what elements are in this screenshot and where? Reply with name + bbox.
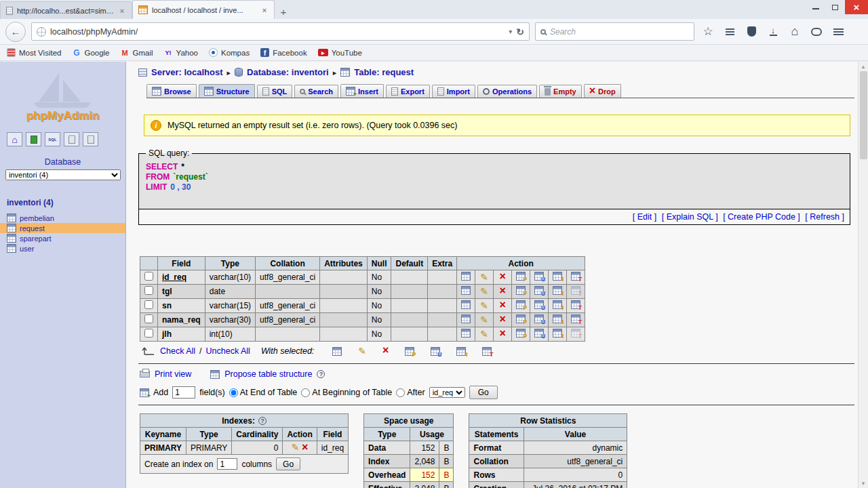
- downloads-icon[interactable]: [765, 24, 781, 40]
- bookmark-star-icon[interactable]: [700, 24, 716, 40]
- uncheck-all-link[interactable]: Uncheck All: [206, 346, 250, 356]
- scrollbar[interactable]: [858, 62, 868, 488]
- edit-index-icon[interactable]: [292, 443, 300, 453]
- row-checkbox[interactable]: [144, 329, 153, 338]
- index-columns-input[interactable]: [217, 458, 237, 470]
- browse-icon[interactable]: [461, 286, 471, 295]
- database-link[interactable]: inventori (4): [7, 198, 119, 207]
- drop-icon[interactable]: [500, 287, 506, 296]
- maximize-button[interactable]: [825, 0, 845, 14]
- tab-close-icon[interactable]: [118, 7, 126, 15]
- with-selected-change-icon[interactable]: [358, 346, 366, 357]
- browser-tab-2[interactable]: localhost / localhost / inve...: [132, 0, 275, 19]
- index-icon[interactable]: [553, 300, 562, 309]
- with-selected-primary-icon[interactable]: [405, 347, 414, 356]
- bookmark-yahoo[interactable]: Yahoo: [164, 48, 198, 57]
- drop-icon[interactable]: [500, 315, 506, 325]
- bookmark-facebook[interactable]: Facebook: [260, 48, 307, 57]
- edit-icon[interactable]: [480, 273, 488, 283]
- add-fields-input[interactable]: [172, 386, 195, 399]
- scroll-up-icon[interactable]: [862, 62, 865, 71]
- url-bar[interactable]: localhost/phpMyAdmin/: [31, 22, 530, 41]
- go-button[interactable]: Go: [469, 386, 498, 399]
- sql-window-icon[interactable]: [45, 132, 60, 146]
- edit-icon[interactable]: [480, 316, 488, 325]
- tab-search[interactable]: Search: [294, 85, 338, 98]
- scrollbar-thumb[interactable]: [860, 71, 867, 159]
- radio-at-end[interactable]: At End of Table: [229, 388, 298, 397]
- mysql-docs-icon[interactable]: [83, 132, 98, 146]
- tab-browse[interactable]: Browse: [146, 84, 197, 98]
- primary-key-icon[interactable]: [516, 272, 526, 281]
- row-checkbox[interactable]: [144, 286, 153, 295]
- new-tab-button[interactable]: [275, 4, 292, 19]
- fulltext-icon[interactable]: [571, 314, 580, 323]
- phpmyadmin-logo[interactable]: phpMyAdmin: [0, 62, 125, 123]
- browser-tab-1[interactable]: http://localho...est&act=simpan: [0, 1, 132, 19]
- primary-key-icon[interactable]: [516, 286, 526, 295]
- help-icon[interactable]: [317, 370, 325, 378]
- tab-insert[interactable]: Insert: [340, 84, 384, 98]
- tab-sql[interactable]: SQL: [257, 85, 293, 98]
- drop-icon[interactable]: [500, 272, 506, 282]
- print-view-link[interactable]: Print view: [155, 369, 191, 379]
- bookmark-kompas[interactable]: Kompas: [209, 48, 250, 57]
- radio-at-beginning[interactable]: At Beginning of Table: [301, 388, 392, 397]
- drop-icon[interactable]: [500, 329, 506, 339]
- fulltext-icon[interactable]: [571, 300, 580, 309]
- sidebar-table-user[interactable]: user: [0, 243, 125, 253]
- search-box[interactable]: [535, 22, 694, 41]
- shield-icon[interactable]: [743, 24, 760, 40]
- breadcrumb-table[interactable]: Table: request: [354, 67, 414, 77]
- with-selected-drop-icon[interactable]: [382, 346, 389, 356]
- search-input[interactable]: [550, 27, 689, 37]
- bookmark-google[interactable]: Google: [72, 48, 109, 57]
- unique-icon[interactable]: [534, 286, 544, 295]
- bookmark-most-visited[interactable]: Most Visited: [7, 48, 61, 57]
- unique-icon[interactable]: [534, 329, 544, 338]
- menu-icon[interactable]: [830, 24, 846, 40]
- primary-key-icon[interactable]: [516, 300, 526, 309]
- primary-key-icon[interactable]: [516, 329, 526, 338]
- tab-drop[interactable]: Drop: [584, 84, 621, 98]
- pma-docs-icon[interactable]: [64, 132, 79, 146]
- unique-icon[interactable]: [534, 272, 544, 281]
- edit-icon[interactable]: [480, 302, 488, 311]
- row-checkbox[interactable]: [144, 272, 153, 281]
- minimize-button[interactable]: [806, 0, 825, 14]
- tab-operations[interactable]: Operations: [477, 85, 537, 98]
- with-selected-browse-icon[interactable]: [332, 347, 342, 356]
- sidebar-table-pembelian[interactable]: pembelian: [0, 213, 125, 223]
- propose-structure-link[interactable]: Propose table structure: [224, 369, 312, 379]
- logout-icon[interactable]: [26, 132, 41, 146]
- tab-import[interactable]: Import: [432, 85, 475, 98]
- sidebar-table-sparepart[interactable]: sparepart: [0, 233, 125, 243]
- breadcrumb-server[interactable]: Server: localhost: [151, 67, 223, 77]
- radio-after[interactable]: After: [396, 388, 425, 397]
- index-icon[interactable]: [553, 314, 562, 323]
- database-select[interactable]: inventori (4): [5, 169, 121, 180]
- bookmark-youtube[interactable]: YouTube: [318, 49, 362, 57]
- browse-icon[interactable]: [461, 314, 471, 323]
- create-php-code-link[interactable]: [ Create PHP Code ]: [723, 212, 800, 222]
- hello-icon[interactable]: [808, 24, 825, 40]
- url-dropdown-icon[interactable]: [509, 28, 512, 35]
- browse-icon[interactable]: [461, 329, 471, 338]
- explain-sql-link[interactable]: [ Explain SQL ]: [662, 212, 718, 222]
- home-icon[interactable]: [787, 24, 803, 40]
- site-identity-icon[interactable]: [37, 27, 46, 37]
- reload-icon[interactable]: [516, 26, 524, 37]
- create-index-go-button[interactable]: Go: [276, 458, 300, 470]
- drop-icon[interactable]: [500, 301, 506, 310]
- edit-icon[interactable]: [480, 330, 488, 340]
- unique-icon[interactable]: [534, 314, 544, 323]
- tab-empty[interactable]: Empty: [539, 85, 582, 98]
- scroll-down-icon[interactable]: [862, 479, 865, 488]
- with-selected-unique-icon[interactable]: [431, 347, 440, 356]
- drop-index-icon[interactable]: [302, 443, 308, 453]
- edit-sql-link[interactable]: [ Edit ]: [633, 212, 656, 222]
- check-all-link[interactable]: Check All: [160, 346, 195, 356]
- after-field-select[interactable]: id_req: [429, 387, 465, 398]
- fulltext-icon[interactable]: [571, 272, 580, 281]
- row-checkbox[interactable]: [144, 314, 153, 323]
